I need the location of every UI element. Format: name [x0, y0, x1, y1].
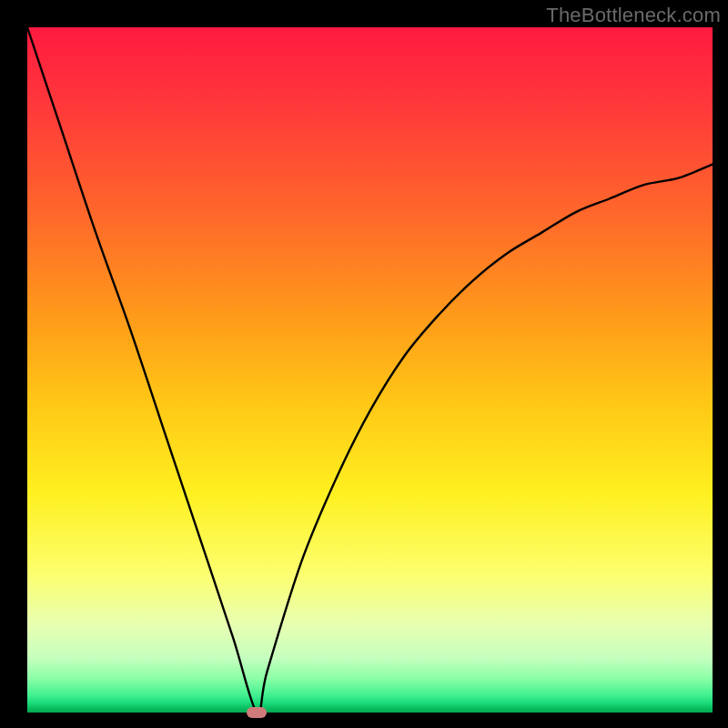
optimal-marker — [247, 707, 267, 718]
bottleneck-curve — [27, 27, 713, 713]
attribution-text: TheBottleneck.com — [546, 4, 721, 27]
curve-path — [27, 27, 713, 713]
plot-area — [27, 27, 713, 713]
chart-frame: TheBottleneck.com — [0, 0, 728, 728]
